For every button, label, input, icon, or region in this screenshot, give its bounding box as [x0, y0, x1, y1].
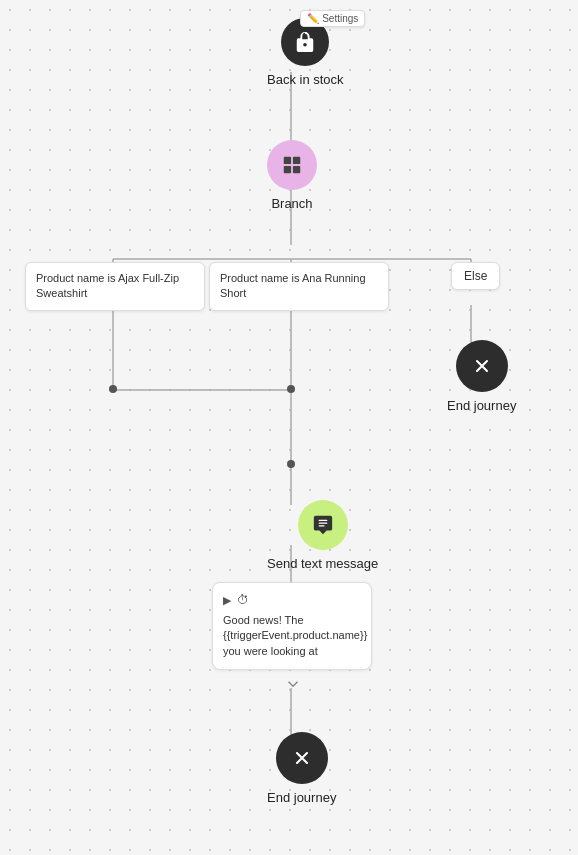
svg-rect-18: [284, 166, 291, 173]
back-in-stock-node[interactable]: ✏️ Settings Back in stock: [267, 18, 344, 87]
branch-node[interactable]: Branch: [267, 140, 317, 211]
end-journey-right-node[interactable]: End journey: [447, 340, 516, 413]
dot-center: [287, 385, 295, 393]
x-icon-right: [472, 356, 492, 376]
pencil-icon: ✏️: [307, 13, 319, 24]
x-icon-final: [292, 748, 312, 768]
svg-rect-19: [293, 166, 300, 173]
end-journey-right-label: End journey: [447, 398, 516, 413]
svg-rect-17: [293, 157, 300, 164]
send-text-icon: [298, 500, 348, 550]
send-text-node[interactable]: Send text message: [267, 500, 378, 571]
back-in-stock-label: Back in stock: [267, 72, 344, 87]
svg-rect-16: [284, 157, 291, 164]
send-text-label: Send text message: [267, 556, 378, 571]
end-journey-right-icon: [456, 340, 508, 392]
settings-badge[interactable]: ✏️ Settings: [300, 10, 365, 27]
branch-label: Branch: [271, 196, 312, 211]
branch-card-1[interactable]: Product name is Ajax Full-Zip Sweatshirt: [25, 262, 205, 311]
connector-lines: [0, 0, 578, 855]
branch-card-2[interactable]: Product name is Ana Running Short: [209, 262, 389, 311]
branch-icon: [267, 140, 317, 190]
workflow-canvas: ✏️ Settings Back in stock Branch Product…: [0, 0, 578, 855]
dot-left: [109, 385, 117, 393]
lock-icon: [294, 31, 316, 53]
message-card-header: ▶ ⏱: [223, 593, 361, 607]
chat-icon: [312, 514, 334, 536]
branch-split-icon: [281, 154, 303, 176]
end-journey-final-label: End journey: [267, 790, 336, 805]
message-card[interactable]: ▶ ⏱ Good news! The {{triggerEvent.produc…: [212, 582, 372, 670]
expand-chevron[interactable]: [284, 675, 302, 696]
merge-dot: [287, 460, 295, 468]
message-text: Good news! The {{triggerEvent.product.na…: [223, 613, 361, 659]
end-journey-final-node[interactable]: End journey: [267, 732, 336, 805]
else-badge[interactable]: Else: [451, 262, 500, 290]
end-journey-final-icon: [276, 732, 328, 784]
chevron-down-icon: [284, 675, 302, 693]
clock-icon: ⏱: [237, 593, 249, 607]
terminal-icon: ▶: [223, 594, 231, 607]
